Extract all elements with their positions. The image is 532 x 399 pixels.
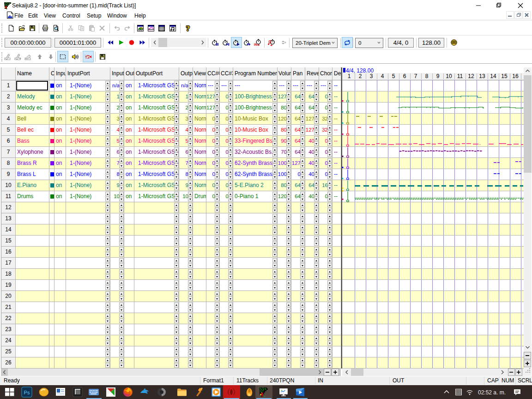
svg-text:Ps: Ps bbox=[24, 390, 30, 395]
svg-text:?: ? bbox=[186, 24, 190, 32]
svg-text:IN: IN bbox=[254, 43, 257, 46]
